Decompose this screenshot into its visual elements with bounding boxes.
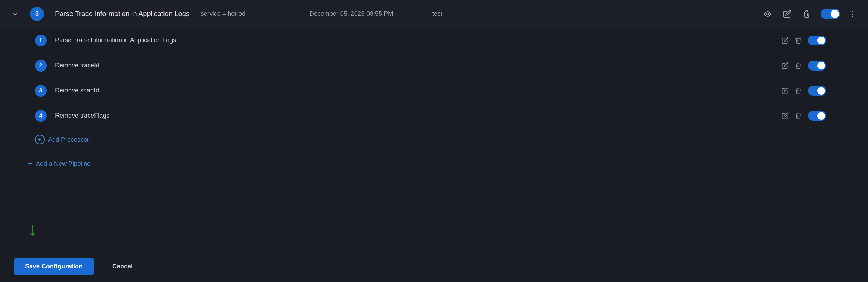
processor-more-button-4[interactable]: ⋮ <box>832 112 840 120</box>
add-processor-label: Add Processor <box>48 136 89 143</box>
plus-icon: + <box>28 159 32 168</box>
processor-name-2: Remove traceId <box>55 62 773 69</box>
down-arrow-icon: ↓ <box>28 220 37 238</box>
processor-delete-button-1[interactable] <box>795 37 802 44</box>
save-button[interactable]: Save Configuration <box>14 258 94 275</box>
toggle-sm-thumb <box>817 112 825 120</box>
processor-delete-button-4[interactable] <box>795 112 802 119</box>
processor-row: 2 Remove traceId ⋮ <box>0 53 868 78</box>
processor-actions-2: ⋮ <box>782 61 840 70</box>
toggle-thumb <box>831 10 839 18</box>
toggle-sm-thumb <box>817 37 825 44</box>
toggle-sm-thumb <box>817 87 825 95</box>
processor-actions-1: ⋮ <box>782 36 840 45</box>
pipeline-badge: 3 <box>30 7 44 21</box>
processor-name-4: Remove traceFlags <box>55 112 773 119</box>
processor-edit-button-2[interactable] <box>782 62 789 69</box>
bottom-toolbar: Save Configuration Cancel <box>0 251 868 282</box>
processor-more-button-1[interactable]: ⋮ <box>832 36 840 45</box>
filter-text: service = hotrod <box>201 10 298 17</box>
processor-edit-button-3[interactable] <box>782 87 789 94</box>
collapse-button[interactable] <box>11 10 19 18</box>
pipeline-header: 3 Parse Trace Information in Application… <box>0 0 868 28</box>
delete-button[interactable] <box>801 8 812 20</box>
processor-more-button-3[interactable]: ⋮ <box>832 87 840 95</box>
add-pipeline-label: Add a New Pipeline <box>36 160 91 168</box>
processor-badge-3: 3 <box>35 85 47 97</box>
add-processor-row: + Add Processor <box>0 128 868 151</box>
processor-edit-button-1[interactable] <box>782 37 789 44</box>
toggle-sm-thumb <box>817 62 825 69</box>
processor-row: 3 Remove spanId ⋮ <box>0 78 868 103</box>
processor-toggle-2[interactable] <box>808 61 826 70</box>
view-button[interactable] <box>762 8 773 20</box>
processor-toggle-4[interactable] <box>808 111 826 121</box>
add-pipeline-row: + Add a New Pipeline <box>0 151 868 176</box>
processor-toggle-1[interactable] <box>808 36 826 45</box>
pipeline-expanded: 1 Parse Trace Information in Application… <box>0 28 868 151</box>
processor-badge-4: 4 <box>35 110 47 122</box>
processor-toggle-3[interactable] <box>808 86 826 96</box>
processor-badge-1: 1 <box>35 35 47 46</box>
pipeline-name: Parse Trace Information in Application L… <box>55 10 190 18</box>
add-pipeline-button[interactable]: + Add a New Pipeline <box>28 159 91 168</box>
more-options-button[interactable]: ⋮ <box>848 9 857 18</box>
processor-delete-button-3[interactable] <box>795 87 802 94</box>
svg-point-0 <box>767 13 769 15</box>
processor-actions-4: ⋮ <box>782 111 840 121</box>
plus-circle-icon: + <box>35 135 45 144</box>
pipeline-toggle[interactable] <box>821 9 840 19</box>
cancel-button[interactable]: Cancel <box>101 258 144 275</box>
processor-row: 4 Remove traceFlags ⋮ <box>0 103 868 128</box>
processor-name-3: Remove spanId <box>55 87 773 94</box>
processor-badge-2: 2 <box>35 60 47 72</box>
edit-button[interactable] <box>782 8 793 20</box>
processor-more-button-2[interactable]: ⋮ <box>832 61 840 70</box>
header-actions: ⋮ <box>762 8 857 20</box>
processor-delete-button-2[interactable] <box>795 62 802 69</box>
environment-text: test <box>432 10 751 17</box>
processor-edit-button-4[interactable] <box>782 112 789 119</box>
processor-row: 1 Parse Trace Information in Application… <box>0 28 868 53</box>
processor-name-1: Parse Trace Information in Application L… <box>55 37 773 44</box>
timestamp-text: December 05, 2023 08:55 PM <box>310 10 421 17</box>
processor-actions-3: ⋮ <box>782 86 840 96</box>
add-processor-button[interactable]: + Add Processor <box>35 135 89 144</box>
